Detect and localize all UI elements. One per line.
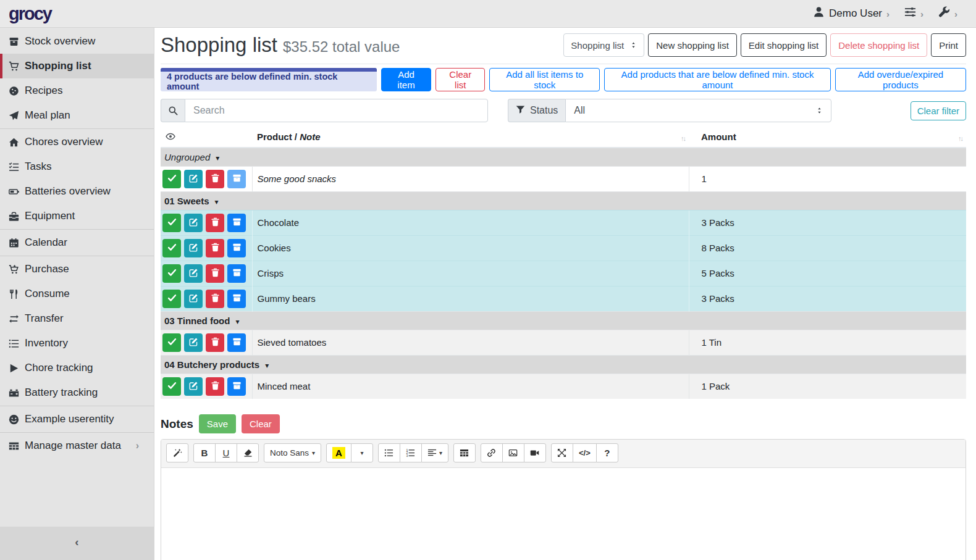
status-filter-select[interactable]: All	[565, 99, 831, 122]
edit-button[interactable]	[184, 333, 203, 352]
product-column-header[interactable]: Product / Note ↑↓	[252, 127, 689, 148]
done-button[interactable]	[162, 214, 181, 232]
sidebar-item-inventory[interactable]: Inventory	[0, 331, 154, 356]
picture-button[interactable]	[502, 443, 524, 462]
add-to-stock-button[interactable]	[227, 290, 246, 308]
edit-button[interactable]	[184, 170, 203, 188]
search-input[interactable]	[185, 99, 488, 122]
sidebar-item-transfer[interactable]: Transfer	[0, 306, 154, 331]
clear-list-button[interactable]: Clear list	[435, 68, 485, 91]
help-button[interactable]: ?	[596, 443, 618, 462]
add-to-stock-button[interactable]	[227, 333, 246, 352]
ordered-list-button[interactable]: 123	[400, 443, 422, 462]
sidebar-item-meal-plan[interactable]: Meal plan	[0, 103, 154, 128]
print-button[interactable]: Print	[931, 33, 966, 57]
unordered-list-button[interactable]	[378, 443, 400, 462]
edit-button[interactable]	[184, 239, 203, 257]
magic-wand-button[interactable]	[166, 443, 188, 462]
eraser-button[interactable]	[237, 443, 259, 462]
product-group-row[interactable]: 04 Butchery products▾	[161, 355, 966, 374]
sidebar-item-manage-master-data[interactable]: Manage master data›	[0, 433, 154, 458]
save-notes-button[interactable]: Save	[199, 414, 236, 433]
status-filter-label: Status	[508, 99, 565, 122]
sidebar-item-consume[interactable]: Consume	[0, 282, 154, 306]
notes-editor-content[interactable]	[161, 468, 965, 560]
product-group-row[interactable]: 03 Tinned food▾	[161, 311, 966, 330]
bold-button[interactable]: B	[193, 443, 216, 462]
sidebar-item-batteries-overview[interactable]: Batteries overview	[0, 179, 154, 204]
done-button[interactable]	[162, 290, 181, 308]
color-caret-button[interactable]: ▾	[351, 443, 373, 462]
sidebar-item-recipes[interactable]: Recipes	[0, 78, 154, 103]
link-button[interactable]	[481, 443, 503, 462]
add-to-stock-button[interactable]	[227, 264, 246, 283]
add-to-stock-button[interactable]	[227, 239, 246, 257]
list-icon	[9, 338, 25, 349]
add-overdue-button[interactable]: Add overdue/expired products	[835, 68, 966, 91]
sidebar-item-equipment[interactable]: Equipment	[0, 204, 154, 228]
delete-button[interactable]	[206, 170, 224, 188]
admin-menu[interactable]: ›	[938, 6, 957, 21]
done-button[interactable]	[162, 239, 181, 257]
paragraph-button[interactable]: ▾	[421, 443, 448, 462]
font-name-button[interactable]: Noto Sans▾	[264, 443, 321, 462]
video-button[interactable]	[524, 443, 546, 462]
delete-button[interactable]	[206, 290, 224, 308]
add-to-stock-button[interactable]	[227, 377, 246, 396]
edit-button[interactable]	[184, 377, 203, 396]
sidebar-item-stock-overview[interactable]: Stock overview	[0, 29, 154, 54]
edit-button[interactable]	[184, 214, 203, 232]
amount-column-header[interactable]: Amount ↑↓	[689, 127, 966, 148]
box-icon	[232, 337, 242, 348]
code-view-button[interactable]: </>	[573, 443, 597, 462]
clear-notes-button[interactable]: Clear	[242, 414, 280, 433]
amount-cell: 1 Tin	[689, 330, 966, 355]
trash-icon	[211, 268, 220, 279]
product-group-row[interactable]: 01 Sweets▾	[161, 191, 966, 210]
select-arrows-icon	[630, 41, 637, 49]
sidebar-item-chores-overview[interactable]: Chores overview	[0, 130, 154, 154]
sidebar-item-example-userentity[interactable]: Example userentity	[0, 407, 154, 432]
fullscreen-button[interactable]	[551, 443, 573, 462]
edit-button[interactable]	[184, 290, 203, 308]
done-button[interactable]	[162, 170, 181, 188]
add-all-to-stock-button[interactable]: Add all list items to stock	[489, 68, 600, 91]
add-to-stock-button[interactable]	[227, 214, 246, 232]
visibility-column-header[interactable]	[161, 127, 252, 148]
delete-button[interactable]	[206, 333, 224, 352]
sidebar-item-purchase[interactable]: Purchase	[0, 257, 154, 282]
sidebar-collapse-button[interactable]: ‹	[0, 527, 154, 560]
edit-button[interactable]	[184, 264, 203, 283]
sidebar-item-calendar[interactable]: Calendar	[0, 230, 154, 255]
edit-shopping-list-button[interactable]: Edit shopping list	[741, 33, 827, 57]
new-shopping-list-button[interactable]: New shopping list	[648, 33, 737, 57]
underline-button[interactable]: U	[215, 443, 237, 462]
done-button[interactable]	[162, 264, 181, 283]
user-menu[interactable]: Demo User ›	[813, 6, 890, 21]
sidebar-divider	[0, 406, 154, 406]
fore-color-button[interactable]: A	[326, 443, 351, 462]
settings-menu[interactable]: ›	[904, 6, 923, 21]
product-group-row[interactable]: Ungrouped▾	[161, 148, 966, 166]
sidebar-item-battery-tracking[interactable]: Battery tracking	[0, 380, 154, 405]
amount-cell: 1 Pack	[689, 374, 966, 399]
play-icon	[9, 363, 25, 374]
table-grid-button[interactable]	[453, 443, 476, 462]
delete-button[interactable]	[206, 214, 224, 232]
notes-title: Notes	[161, 417, 193, 431]
done-button[interactable]	[162, 377, 181, 396]
clear-filter-button[interactable]: Clear filter	[911, 101, 966, 120]
add-item-button[interactable]: Add item	[381, 68, 431, 91]
add-below-min-stock-button[interactable]: Add products that are below defined min.…	[604, 68, 831, 91]
add-to-stock-button[interactable]	[227, 170, 246, 188]
notes-editor: BUNoto Sans▾A▾123▾</>?	[161, 439, 966, 560]
sidebar-item-shopping-list[interactable]: Shopping list	[0, 54, 154, 78]
delete-shopping-list-button[interactable]: Delete shopping list	[830, 33, 927, 57]
sidebar-item-tasks[interactable]: Tasks	[0, 154, 154, 179]
shopping-list-select[interactable]: Shopping list	[563, 33, 644, 57]
delete-button[interactable]	[206, 377, 224, 396]
done-button[interactable]	[162, 333, 181, 352]
delete-button[interactable]	[206, 264, 224, 283]
delete-button[interactable]	[206, 239, 224, 257]
sidebar-item-chore-tracking[interactable]: Chore tracking	[0, 356, 154, 380]
